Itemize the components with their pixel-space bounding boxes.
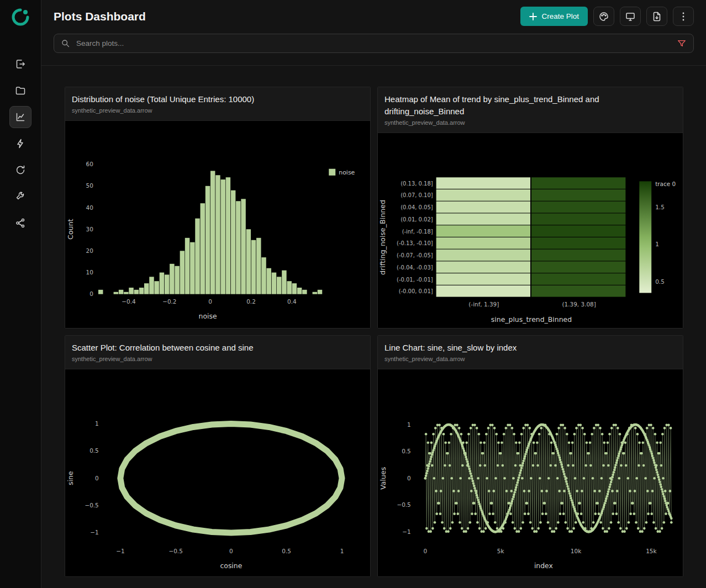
svg-text:0.5: 0.5: [402, 448, 411, 454]
svg-text:(0.07, 0.10]: (0.07, 0.10]: [401, 192, 433, 198]
card-subtitle: synthetic_preview_data.arrow: [384, 119, 676, 126]
heatmap-chart[interactable]: (0.13, 0.18](0.07, 0.10](0.04, 0.05](0.0…: [378, 133, 683, 329]
svg-text:5k: 5k: [497, 548, 505, 554]
svg-text:Values: Values: [379, 467, 387, 489]
create-plot-label: Create Plot: [541, 12, 579, 20]
theme-palette-button[interactable]: [593, 7, 614, 26]
svg-text:(-inf, -0.18]: (-inf, -0.18]: [402, 228, 433, 234]
svg-text:noise: noise: [199, 312, 217, 320]
svg-text:sine: sine: [66, 471, 75, 485]
app-logo[interactable]: [11, 8, 30, 29]
svg-text:0.5: 0.5: [89, 447, 99, 454]
svg-text:50: 50: [86, 182, 93, 189]
card-body: 05k10k15k10.50−0.5−1indexValues: [378, 369, 683, 576]
svg-text:trace 0: trace 0: [655, 181, 676, 187]
histogram-chart[interactable]: −0.4−0.200.20.40102030405060noiseCountno…: [65, 121, 370, 328]
card-title: Distribution of noise (Total Unique Entr…: [72, 93, 363, 105]
svg-text:−0.5: −0.5: [85, 502, 98, 508]
search-input[interactable]: [75, 39, 672, 48]
scatter-chart[interactable]: −1−0.500.5110.50−0.5−1cosinesine: [65, 369, 370, 576]
svg-text:60: 60: [86, 161, 93, 167]
svg-text:(0.01, 0.02]: (0.01, 0.02]: [401, 216, 433, 222]
svg-text:0.2: 0.2: [246, 298, 256, 305]
sidebar-item-plots[interactable]: [9, 106, 31, 128]
sidebar-item-share[interactable]: [9, 212, 31, 234]
share-icon: [15, 218, 26, 229]
svg-text:0: 0: [229, 548, 233, 554]
create-plot-button[interactable]: Create Plot: [520, 7, 588, 26]
plot-card-line: Line Chart: sine, sine_slow by index syn…: [377, 335, 683, 577]
export-report-button[interactable]: [646, 7, 667, 26]
svg-text:1: 1: [95, 420, 99, 427]
card-header: Distribution of noise (Total Unique Entr…: [65, 87, 370, 121]
svg-text:−1: −1: [116, 548, 124, 554]
card-subtitle: synthetic_preview_data.arrow: [72, 356, 363, 362]
more-options-button[interactable]: [673, 7, 694, 26]
card-title: Line Chart: sine, sine_slow by index: [384, 342, 676, 354]
svg-text:0: 0: [407, 474, 411, 481]
card-body: (0.13, 0.18](0.07, 0.10](0.04, 0.05](0.0…: [378, 133, 683, 329]
svg-text:Count: Count: [66, 219, 75, 239]
svg-text:0.5: 0.5: [282, 548, 291, 554]
topbar: Plots Dashboard Create Plot: [41, 0, 706, 26]
display-mode-button[interactable]: [620, 7, 641, 26]
card-header: Line Chart: sine, sine_slow by index syn…: [378, 336, 683, 369]
app-logo-icon: [11, 8, 30, 27]
sidebar-item-refresh[interactable]: [9, 159, 31, 181]
sidebar-item-tools[interactable]: [9, 186, 31, 208]
svg-text:−0.5: −0.5: [397, 501, 410, 508]
svg-text:(-0.07, -0.05]: (-0.07, -0.05]: [397, 252, 433, 258]
search-row: [41, 26, 706, 66]
svg-text:0.5: 0.5: [655, 278, 665, 284]
sidebar-item-export[interactable]: [9, 53, 31, 75]
svg-text:−1: −1: [402, 528, 410, 535]
svg-text:drifting_noise_Binned: drifting_noise_Binned: [378, 199, 387, 274]
svg-text:index: index: [534, 561, 553, 570]
svg-text:0: 0: [424, 548, 428, 554]
svg-text:0: 0: [208, 298, 212, 305]
svg-text:−0.2: −0.2: [162, 298, 176, 305]
svg-text:0: 0: [89, 290, 93, 297]
svg-text:1: 1: [407, 421, 411, 427]
svg-text:(-0.00, 0.01]: (-0.00, 0.01]: [399, 288, 433, 294]
svg-text:(-inf, 1.39]: (-inf, 1.39]: [468, 300, 499, 307]
svg-text:15k: 15k: [646, 548, 657, 554]
svg-text:(-0.04, -0.03]: (-0.04, -0.03]: [397, 264, 433, 270]
card-header: Heatmap of Mean of trend by sine_plus_tr…: [378, 87, 683, 133]
svg-text:−0.5: −0.5: [168, 548, 182, 554]
card-subtitle: synthetic_preview_data.arrow: [384, 356, 676, 362]
sidebar-item-files[interactable]: [9, 80, 31, 102]
svg-text:30: 30: [86, 225, 93, 232]
kebab-menu-icon: [678, 11, 689, 22]
svg-text:noise: noise: [339, 169, 355, 176]
folder-icon: [15, 85, 26, 96]
page-title: Plots Dashboard: [54, 10, 146, 23]
sidebar-item-automations[interactable]: [9, 133, 31, 155]
palette-icon: [598, 11, 609, 22]
card-title: Heatmap of Mean of trend by sine_plus_tr…: [384, 93, 676, 118]
file-export-icon: [651, 11, 662, 22]
svg-text:20: 20: [86, 247, 93, 254]
svg-text:cosine: cosine: [220, 561, 242, 570]
svg-text:−0.4: −0.4: [122, 298, 136, 305]
app-root: Plots Dashboard Create Plot: [0, 0, 706, 588]
filter-funnel-icon: [677, 39, 687, 49]
svg-text:1: 1: [655, 241, 659, 247]
svg-text:(-0.01, -0.01]: (-0.01, -0.01]: [397, 276, 433, 282]
card-header: Scatter Plot: Correlation between cosine…: [65, 336, 370, 369]
plus-icon: [529, 13, 537, 20]
plot-card-histogram: Distribution of noise (Total Unique Entr…: [65, 87, 371, 329]
card-body: −1−0.500.5110.50−0.5−1cosinesine: [65, 369, 370, 576]
svg-text:(1.39, 3.08]: (1.39, 3.08]: [562, 300, 596, 307]
plots-grid: Distribution of noise (Total Unique Entr…: [41, 66, 706, 588]
card-title: Scatter Plot: Correlation between cosine…: [72, 342, 363, 354]
search-icon: [61, 39, 70, 48]
line-chart-icon: [15, 112, 26, 123]
svg-text:(-0.13, -0.10]: (-0.13, -0.10]: [397, 240, 433, 246]
filter-button[interactable]: [677, 39, 687, 49]
plot-card-heatmap: Heatmap of Mean of trend by sine_plus_tr…: [377, 87, 683, 329]
card-body: −0.4−0.200.20.40102030405060noiseCountno…: [65, 121, 370, 328]
svg-text:0.4: 0.4: [287, 298, 297, 305]
svg-text:(0.13, 0.18]: (0.13, 0.18]: [401, 180, 433, 186]
line-chart[interactable]: 05k10k15k10.50−0.5−1indexValues: [378, 369, 683, 576]
